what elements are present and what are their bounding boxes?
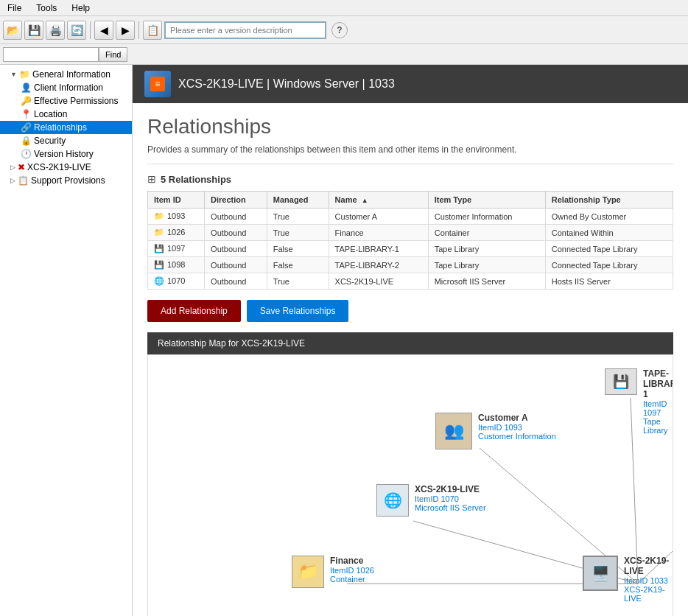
header-icon: ≡ (144, 71, 171, 97)
searchbar: Find (0, 44, 688, 65)
col-name[interactable]: Name ▲ (329, 192, 428, 209)
finance-type: Container (330, 575, 374, 584)
xcs-expand-icon: ▷ (10, 164, 15, 171)
toolbar-nav-fwd-btn[interactable]: ▶ (116, 21, 135, 40)
cell-item-id: 📁1026 (148, 225, 205, 241)
map-node-main: 🖥️ XCS-2K19-LIVE ItemID 1033 XCS-2K19-LI… (583, 556, 673, 603)
toolbar: 📂 💾 🖨️ 🔄 ◀ ▶ 📋 ? (0, 16, 688, 44)
sidebar-item-client-info[interactable]: 👤 Client Information (0, 81, 132, 94)
table-row[interactable]: 💾1098 Outbound False TAPE-LIBRARY-2 Tape… (148, 257, 673, 273)
toolbar-refresh-btn[interactable]: 🔄 (67, 21, 86, 40)
cell-managed: False (267, 241, 329, 257)
menu-file[interactable]: File (3, 1, 26, 15)
toolbar-nav-back-btn[interactable]: ◀ (94, 21, 113, 40)
tape1-type: Tape Library (643, 417, 673, 435)
map-node-customer: 👥 Customer A ItemID 1093 Customer Inform… (435, 413, 556, 449)
finance-info: Finance ItemID 1026 Container (330, 556, 374, 584)
location-icon: 📍 (21, 109, 32, 119)
cell-rel-type: Owned By Customer (545, 209, 673, 225)
sidebar-security-label: Security (34, 136, 66, 146)
version-input[interactable] (164, 21, 326, 39)
cell-rel-type: Contained Within (545, 225, 673, 241)
iis-icon: 🌐 (376, 484, 409, 517)
cell-item-id: 💾1098 (148, 257, 205, 273)
relationships-table: Item ID Direction Managed Name ▲ Item Ty… (147, 191, 673, 290)
cell-managed: True (267, 273, 329, 290)
col-item-type[interactable]: Item Type (428, 192, 545, 209)
xcs-icon: ✖ (18, 162, 25, 172)
find-button[interactable]: Find (99, 47, 127, 62)
add-relationship-button[interactable]: Add Relationship (147, 300, 241, 322)
toolbar-save-btn[interactable]: 💾 (24, 21, 43, 40)
cell-managed: True (267, 209, 329, 225)
cell-item-id: 🌐1070 (148, 273, 205, 290)
table-row[interactable]: 🌐1070 Outbound True XCS-2K19-LIVE Micros… (148, 273, 673, 290)
sidebar-version-label: Version History (34, 149, 94, 159)
effective-perm-icon: 🔑 (21, 96, 32, 106)
tape1-id: ItemID 1097 (643, 399, 673, 417)
search-input[interactable] (3, 47, 99, 62)
main-name: XCS-2K19-LIVE (624, 556, 673, 576)
sidebar-support-label: Support Provisions (31, 175, 105, 186)
table-row[interactable]: 📁1026 Outbound True Finance Container Co… (148, 225, 673, 241)
sidebar-root[interactable]: ▼ 📁 General Information (0, 68, 132, 81)
content-area: ≡ XCS-2K19-LIVE | Windows Server | 1033 … (133, 65, 688, 616)
map-title: Relationship Map for XCS-2K19-LIVE (158, 338, 305, 349)
sidebar-item-security[interactable]: 🔒 Security (0, 134, 132, 147)
toolbar-view-btn[interactable]: 📋 (143, 21, 162, 40)
client-info-icon: 👤 (21, 83, 32, 93)
sidebar-client-label: Client Information (34, 83, 103, 93)
col-item-id[interactable]: Item ID (148, 192, 205, 209)
sidebar-item-xcs[interactable]: ▷ ✖ XCS-2K19-LIVE (0, 161, 132, 174)
cell-item-id: 💾1097 (148, 241, 205, 257)
col-managed[interactable]: Managed (267, 192, 329, 209)
main-type: XCS-2K19-LIVE (624, 585, 673, 603)
col-direction[interactable]: Direction (205, 192, 267, 209)
sidebar-root-label: General Information (32, 69, 110, 80)
table-row[interactable]: 📁1093 Outbound True Customer A Customer … (148, 209, 673, 225)
root-folder-icon: 📁 (19, 69, 30, 80)
save-relationships-button[interactable]: Save Relationships (247, 300, 349, 322)
iis-name: XCS-2K19-LIVE (415, 484, 486, 494)
cell-item-type: Customer Information (428, 209, 545, 225)
support-expand-icon: ▷ (10, 177, 15, 184)
root-expand-icon: ▼ (10, 71, 17, 78)
cell-direction: Outbound (205, 273, 267, 290)
help-btn[interactable]: ? (331, 22, 348, 38)
main-info: XCS-2K19-LIVE ItemID 1033 XCS-2K19-LIVE (624, 556, 673, 603)
cell-item-type: Microsoft IIS Server (428, 273, 545, 290)
sidebar-item-location[interactable]: 📍 Location (0, 108, 132, 121)
divider (147, 164, 673, 164)
sidebar-location-label: Location (34, 109, 67, 119)
tape1-info: TAPE-LIBRARY-1 ItemID 1097 Tape Library (643, 368, 673, 435)
header-icon-symbol: ≡ (155, 79, 160, 89)
sidebar-item-effective-permissions[interactable]: 🔑 Effective Permissions (0, 94, 132, 108)
iis-type: Microsoft IIS Server (415, 503, 486, 512)
customer-id: ItemID 1093 (478, 423, 556, 432)
cell-rel-type: Hosts IIS Server (545, 273, 673, 290)
map-node-tape1: 💾 TAPE-LIBRARY-1 ItemID 1097 Tape Librar… (605, 368, 673, 435)
map-container: 💾 TAPE-LIBRARY-1 ItemID 1097 Tape Librar… (147, 354, 673, 616)
menu-tools[interactable]: Tools (32, 1, 61, 15)
cell-name: Customer A (329, 209, 428, 225)
cell-rel-type: Connected Tape Library (545, 257, 673, 273)
table-row[interactable]: 💾1097 Outbound False TAPE-LIBRARY-1 Tape… (148, 241, 673, 257)
header-title: XCS-2K19-LIVE | Windows Server | 1033 (178, 77, 395, 91)
cell-managed: False (267, 257, 329, 273)
cell-name: TAPE-LIBRARY-1 (329, 241, 428, 257)
section-header: ⊞ 5 Relationships (147, 173, 673, 185)
toolbar-sep1 (90, 21, 91, 39)
sidebar-xcs-label: XCS-2K19-LIVE (27, 162, 91, 172)
toolbar-open-btn[interactable]: 📂 (3, 21, 22, 40)
page-subtitle: Provides a summary of the relationships … (147, 144, 673, 155)
sidebar-item-relationships[interactable]: 🔗 Relationships (0, 121, 132, 134)
toolbar-sep2 (138, 21, 139, 39)
relationships-icon: 🔗 (21, 122, 32, 133)
toolbar-print-btn[interactable]: 🖨️ (46, 21, 65, 40)
section-title: 5 Relationships (161, 174, 231, 185)
sidebar-item-version-history[interactable]: 🕐 Version History (0, 147, 132, 161)
col-rel-type[interactable]: Relationship Type (545, 192, 673, 209)
sidebar-item-support[interactable]: ▷ 📋 Support Provisions (0, 174, 132, 187)
cell-direction: Outbound (205, 225, 267, 241)
menu-help[interactable]: Help (67, 1, 94, 15)
